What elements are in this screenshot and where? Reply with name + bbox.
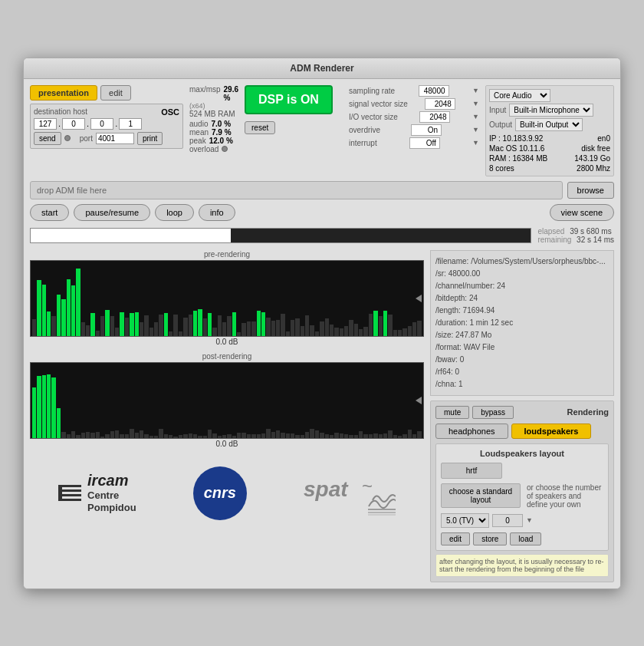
print-button[interactable]: print <box>137 132 163 145</box>
spectrum-bar <box>125 434 129 438</box>
spectrum-bar <box>334 433 338 437</box>
port-input[interactable] <box>96 133 134 144</box>
view-scene-button[interactable]: view scene <box>550 204 614 221</box>
spectrum-bar <box>412 322 416 336</box>
host-input-1[interactable] <box>34 118 57 130</box>
host-input-4[interactable] <box>119 118 142 130</box>
mhz-label: 2800 Mhz <box>577 164 610 173</box>
store-layout-button[interactable]: store <box>473 532 507 545</box>
spectrum-bar <box>110 316 114 335</box>
spectrum-bar <box>198 309 202 335</box>
loop-button[interactable]: loop <box>155 204 194 221</box>
spectrum-bar <box>130 429 133 438</box>
loudspeaker-layout-section: Loudspeakers layout hrtf choose a standa… <box>435 443 609 551</box>
spectrum-bar <box>325 318 329 336</box>
input-label: Input <box>489 106 506 114</box>
browse-button[interactable]: browse <box>567 182 614 199</box>
tab-edit[interactable]: edit <box>100 85 131 101</box>
spectrum-bar <box>344 326 348 335</box>
spectrum-bar <box>232 312 236 335</box>
spectrum-bar <box>71 285 75 336</box>
ircam-icon <box>58 483 81 503</box>
spectrum-bar <box>330 325 334 335</box>
spectrum-bar <box>125 318 129 335</box>
spectrum-bar <box>276 320 280 335</box>
spectrum-bar <box>51 316 55 336</box>
pre-marker <box>416 295 422 302</box>
spectrum-bar <box>212 433 216 438</box>
send-button[interactable]: send <box>34 132 61 145</box>
spectrum-bar <box>373 311 377 336</box>
svg-rect-4 <box>58 485 62 501</box>
spectrum-bar <box>57 408 61 438</box>
audio-val: 7.0 % <box>211 120 231 128</box>
spectrum-bar <box>86 432 90 438</box>
spectrum-bar <box>42 285 46 336</box>
host-input-2[interactable] <box>62 118 85 130</box>
loudspeakers-tab[interactable]: loudspeakers <box>511 424 592 439</box>
post-db-label: 0.0 dB <box>30 440 424 448</box>
adm-chna: /chna: 1 <box>435 378 609 391</box>
signal-val: 2048 <box>425 98 455 110</box>
spectrum-bar <box>271 321 275 336</box>
spectrum-bar <box>208 430 212 437</box>
elapsed-val: 39 s 680 ms <box>570 227 611 236</box>
os-label: Mac OS 10.11.6 <box>489 144 544 153</box>
dsp-button[interactable]: DSP is ON <box>245 85 333 114</box>
bypass-button[interactable]: bypass <box>472 406 514 419</box>
spectrum-bar <box>295 318 299 336</box>
mean-label: mean <box>189 128 209 137</box>
remaining-val: 32 s 14 ms <box>577 236 614 244</box>
ls-title: Loudspeakers layout <box>441 449 603 458</box>
spectrum-bar <box>237 332 241 336</box>
spectrum-bar <box>169 435 172 438</box>
file-drop-area[interactable]: drop ADM file here <box>30 181 563 199</box>
maxmsp-label: max/msp <box>189 85 221 94</box>
host-input-3[interactable] <box>90 118 113 130</box>
spectrum-bar <box>51 377 55 438</box>
audio-label: audio <box>189 120 208 128</box>
headphones-tab[interactable]: headphones <box>435 424 508 439</box>
tab-presentation[interactable]: presentation <box>30 85 97 101</box>
layout-select[interactable]: 5.0 (TV) <box>441 513 489 528</box>
spectrum-bar <box>179 331 182 336</box>
spectrum-bar <box>86 325 90 336</box>
spectrum-bar <box>369 314 373 335</box>
reset-button[interactable]: reset <box>245 121 275 134</box>
spectrum-bar <box>144 315 148 336</box>
pause-resume-button[interactable]: pause/resume <box>74 204 150 221</box>
num-speakers-input[interactable] <box>492 514 523 527</box>
adm-info-panel: /filename: /Volumes/System/Users/orpheus… <box>430 250 614 396</box>
start-button[interactable]: start <box>30 204 69 221</box>
spectrum-bar <box>105 434 109 438</box>
hrtf-btn[interactable]: hrtf <box>441 463 502 479</box>
edit-layout-button[interactable]: edit <box>441 532 470 545</box>
signal-label: signal vector size <box>349 100 408 108</box>
mute-button[interactable]: mute <box>435 406 469 419</box>
io-val: 2048 <box>419 111 450 123</box>
spectrum-bar <box>57 295 61 336</box>
maxmsp-val: 29.6 % <box>224 85 238 102</box>
ram-info-label: RAM : 16384 MB <box>489 154 547 163</box>
spectrum-bar <box>349 435 353 438</box>
port-label: port <box>80 134 93 143</box>
spectrum-bar <box>398 330 402 335</box>
spectrum-bar <box>110 431 114 438</box>
load-layout-button[interactable]: load <box>510 532 541 545</box>
info-button[interactable]: info <box>199 204 235 221</box>
choose-layout-btn[interactable]: choose a standard layout <box>441 483 521 508</box>
spectrum-bar <box>61 299 65 336</box>
spectrum-bar <box>247 321 251 335</box>
disk-label: disk free <box>581 144 610 153</box>
audio-device-select[interactable]: Core Audio <box>489 89 550 102</box>
pre-db-label: 0.0 dB <box>30 338 424 346</box>
x64-label: (x64) <box>189 102 238 110</box>
spectrum-bar <box>67 279 71 335</box>
spectrum-bar <box>81 433 85 438</box>
spectrum-bar <box>281 433 284 438</box>
spectrum-bar <box>115 430 119 437</box>
output-select[interactable]: Built-in Output <box>515 118 583 131</box>
ram-label: 524 MB RAM <box>189 110 238 118</box>
input-select[interactable]: Built-in Microphone <box>509 104 593 117</box>
spectrum-bar <box>266 318 270 336</box>
